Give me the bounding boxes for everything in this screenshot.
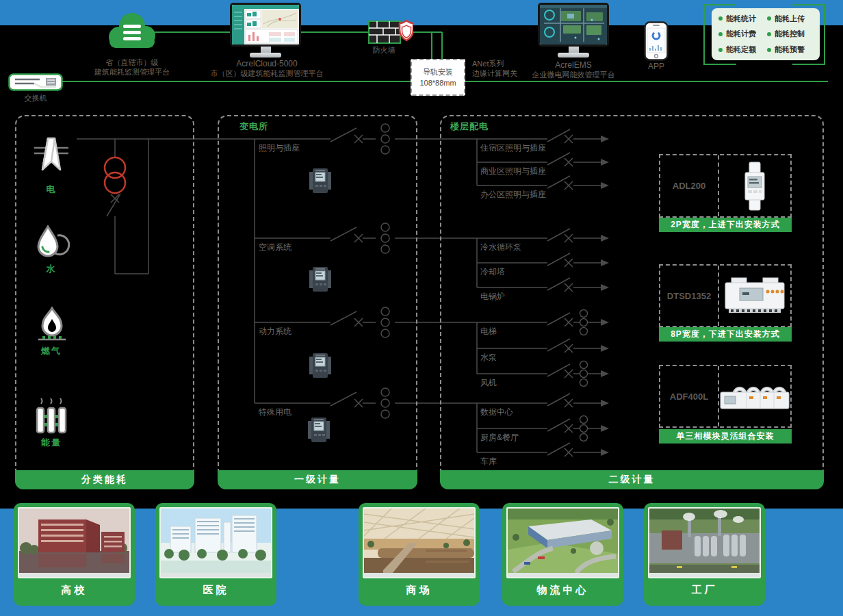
floor-row-label: 商业区照明与插座 <box>480 166 546 177</box>
scene-card-hospital: 医院 <box>155 503 276 606</box>
panel-classified-footer: 分类能耗 <box>15 470 194 489</box>
photo-logistics <box>506 507 619 578</box>
floor-row-label: 水泵 <box>480 352 497 363</box>
rail-mount-line1: 导轨安装 <box>423 66 453 77</box>
floor-row-label: 冷却塔 <box>480 266 505 278</box>
switch-label: 交换机 <box>18 93 53 103</box>
feature-label: 能耗上传 <box>775 14 805 24</box>
cloud-platform-line1: 省（直辖市）级 <box>81 57 183 67</box>
branch-label: 动力系统 <box>259 326 291 337</box>
floor-row-label: 电梯 <box>480 326 497 337</box>
rail-mount-callout: 导轨安装 108*88mm <box>411 59 465 96</box>
firewall-icon <box>368 16 413 45</box>
panel-floor-title: 楼层配电 <box>450 120 489 133</box>
photo-university <box>18 507 131 578</box>
feature-item: 能耗控制 <box>767 29 816 39</box>
acrelcloud-monitor <box>230 3 301 57</box>
rail-mount-line2: 108*88mm <box>419 77 456 88</box>
feature-item: 能耗预警 <box>767 44 816 55</box>
bullet-dot-icon <box>718 16 723 21</box>
scene-label: 医院 <box>159 578 272 602</box>
meter-caption: 8P宽度，下进下出安装方式 <box>659 327 792 342</box>
scene-card-mall: 商场 <box>359 503 480 606</box>
feature-legend: 能耗统计 能耗上传 能耗计费 能耗控制 能耗定额 能耗预警 <box>712 8 820 60</box>
feature-item: 能耗统计 <box>718 14 767 24</box>
app-phone-icon <box>644 21 669 61</box>
category-label-energy: 能量 <box>26 437 77 449</box>
bullet-dot-icon <box>767 32 771 36</box>
floor-row-label: 住宿区照明与插座 <box>480 142 546 154</box>
meter-caption: 2P宽度，上进下出安装方式 <box>659 218 792 232</box>
branch-label: 照明与插座 <box>259 142 300 154</box>
branch-label: 空调系统 <box>259 242 291 253</box>
feature-item: 能耗计费 <box>718 29 767 39</box>
acrelems-monitor <box>538 3 609 57</box>
floor-row-label: 车库 <box>480 456 497 467</box>
category-label-gas: 燃气 <box>26 345 77 357</box>
panel-floor-footer: 二级计量 <box>440 470 824 489</box>
feature-item: 能耗定额 <box>718 44 767 55</box>
acrelcloud-name: AcrelCloud-5000 <box>197 59 337 68</box>
monitor-base <box>250 53 281 57</box>
feature-label: 能耗控制 <box>775 29 805 39</box>
acrelcloud-desc: 市（区）级建筑能耗监测管理平台 <box>197 68 337 78</box>
photo-hospital <box>159 507 272 578</box>
acrelems-label: AcrelEMS 企业微电网能效管理平台 <box>519 60 628 79</box>
feature-item: 能耗上传 <box>767 14 816 24</box>
adl200-device-icon <box>740 162 770 211</box>
branch-label: 特殊用电 <box>259 407 291 418</box>
energy-meter-photo <box>308 418 330 442</box>
energy-architecture-diagram: 省（直辖市）级 建筑能耗监测管理平台 <box>0 0 843 616</box>
firewall-label: 防火墙 <box>367 45 400 55</box>
meter-model: DTSD1352 <box>660 266 719 326</box>
feature-label: 能耗计费 <box>726 29 756 39</box>
scene-label: 物流中心 <box>506 578 619 602</box>
monitor-stand <box>261 47 271 53</box>
bullet-dot-icon <box>767 16 771 21</box>
floor-row-label: 冷水循环泵 <box>480 242 521 253</box>
meter-device-cell <box>719 266 790 326</box>
scene-label: 商场 <box>363 578 476 602</box>
scene-label: 工厂 <box>648 578 761 602</box>
monitor-stand <box>569 47 579 53</box>
bullet-dot-icon <box>767 48 771 52</box>
acrelems-desc: 企业微电网能效管理平台 <box>519 70 628 79</box>
meter-box-adl200: ADL200 <box>659 154 792 218</box>
water-drop-icon <box>33 224 71 260</box>
photo-factory <box>648 507 761 578</box>
acrelems-name: AcrelEMS <box>519 60 628 70</box>
cloud-platform-icon <box>104 10 160 51</box>
gas-flame-icon <box>34 307 70 345</box>
bullet-dot-icon <box>718 48 723 52</box>
floor-row-label: 办公区照明与插座 <box>480 189 546 201</box>
category-label-water: 水 <box>30 263 73 275</box>
floor-row-label: 厨房&餐厅 <box>480 432 519 444</box>
category-label-electricity: 电 <box>30 183 73 196</box>
scene-card-factory: 工厂 <box>644 503 765 606</box>
meter-device-cell <box>719 155 790 216</box>
network-switch-icon <box>8 73 63 91</box>
adf400l-device-icon <box>719 380 790 413</box>
acrelcloud-label: AcrelCloud-5000 市（区）级建筑能耗监测管理平台 <box>197 59 337 78</box>
app-label: APP <box>643 62 670 71</box>
panel-substation-title: 变电所 <box>239 120 268 133</box>
meter-caption: 单三相模块灵活组合安装 <box>659 429 792 444</box>
energy-meter-photo <box>309 267 331 292</box>
meter-model: ADF400L <box>660 366 719 426</box>
monitor-base <box>558 53 589 57</box>
meter-model: ADL200 <box>660 155 719 216</box>
floor-row-label: 风机 <box>480 377 497 389</box>
feature-label: 能耗预警 <box>775 44 805 55</box>
scene-label: 高校 <box>18 578 131 602</box>
dtsd1352-device-icon <box>725 277 785 314</box>
feature-label: 能耗定额 <box>726 44 756 55</box>
acrelcloud-screen <box>230 3 301 47</box>
scene-card-logistics: 物流中心 <box>502 503 623 606</box>
heat-energy-icon <box>31 397 71 435</box>
photo-mall <box>363 507 476 578</box>
floor-row-label: 数据中心 <box>480 407 513 418</box>
cloud-platform-line2: 建筑能耗监测管理平台 <box>81 67 183 77</box>
meter-box-adf400l: ADF400L <box>659 365 792 428</box>
acrelems-screen <box>538 3 609 47</box>
meter-box-dtsd1352: DTSD1352 <box>659 264 792 327</box>
